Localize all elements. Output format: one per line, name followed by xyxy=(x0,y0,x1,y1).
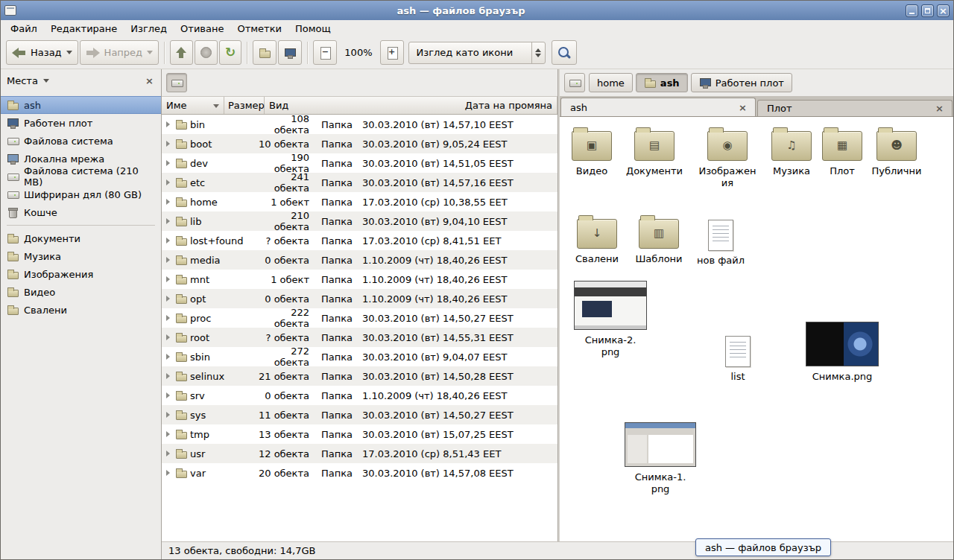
item-icon: ♫ xyxy=(771,131,812,161)
sidebar-close-icon[interactable] xyxy=(144,76,155,86)
file-name: sys xyxy=(190,410,206,421)
table-row[interactable]: usr 12 обекта Папка 17.03.2010 (ср) 8,51… xyxy=(162,444,557,463)
sidebar-item[interactable]: ash xyxy=(1,96,161,114)
sidebar-item[interactable]: Работен плот xyxy=(1,114,161,132)
expander-icon[interactable] xyxy=(165,276,172,283)
table-row[interactable]: home 1 обект Папка 17.03.2010 (ср) 10,38… xyxy=(162,192,557,211)
breadcrumb-button[interactable]: Работен плот xyxy=(691,73,792,92)
column-header[interactable]: Вид xyxy=(265,97,461,114)
tab-close-icon[interactable] xyxy=(934,104,945,113)
tab[interactable]: Плот xyxy=(757,100,953,116)
breadcrumb-button[interactable]: home xyxy=(589,73,633,92)
expander-icon[interactable] xyxy=(165,295,172,302)
table-row[interactable]: tmp 13 обекта Папка 30.03.2010 (вт) 15,0… xyxy=(162,424,557,444)
menu-item[interactable]: Изглед xyxy=(124,20,174,36)
minimize-button[interactable] xyxy=(906,4,918,17)
menu-item[interactable]: Отиване xyxy=(174,20,230,36)
view-mode-combo[interactable]: Изглед като икони xyxy=(408,42,546,64)
icon-view-item[interactable]: ↓ Свалени xyxy=(566,214,628,265)
expander-icon[interactable] xyxy=(165,217,172,225)
zoom-in-button[interactable] xyxy=(380,40,404,65)
expander-icon[interactable] xyxy=(165,256,172,264)
table-row[interactable]: sys 11 обекта Папка 30.03.2010 (вт) 14,5… xyxy=(162,405,557,424)
sidebar-item[interactable]: Свалени xyxy=(1,301,161,319)
icon-view-item[interactable]: ◉ Изображения xyxy=(696,126,759,189)
up-button[interactable] xyxy=(170,40,193,65)
column-header[interactable]: Име xyxy=(162,97,224,114)
table-row[interactable]: bin 108 обекта Папка 30.03.2010 (вт) 14,… xyxy=(162,115,557,134)
table-row[interactable]: dev 190 обекта Папка 30.03.2010 (вт) 14,… xyxy=(162,153,557,173)
table-row[interactable]: opt 0 обекта Папка 1.10.2009 (чт) 18,40,… xyxy=(162,289,557,308)
sidebar-item[interactable]: Кошче xyxy=(1,203,161,221)
sidebar-item[interactable]: Файлова система (210 MB) xyxy=(1,168,161,185)
folder-icon xyxy=(175,370,187,382)
icon-view-item[interactable]: ▥ Шаблони xyxy=(628,214,690,265)
table-row[interactable]: srv 0 обекта Папка 1.10.2009 (чт) 18,40,… xyxy=(162,386,557,405)
menu-item[interactable]: Редактиране xyxy=(44,20,124,36)
expander-icon[interactable] xyxy=(165,121,172,128)
table-row[interactable]: media 0 обекта Папка 1.10.2009 (чт) 18,4… xyxy=(162,250,557,270)
icon-view-item[interactable]: Снимка.png xyxy=(803,322,881,383)
sidebar-item-label: Файлова система xyxy=(24,136,113,147)
expander-icon[interactable] xyxy=(165,469,172,477)
zoom-out-button[interactable] xyxy=(313,40,337,65)
table-row[interactable]: proc 222 обекта Папка 30.03.2010 (вт) 14… xyxy=(162,308,557,328)
table-row[interactable]: etc 241 обекта Папка 30.03.2010 (вт) 14,… xyxy=(162,173,557,192)
table-row[interactable]: lib 210 обекта Папка 30.03.2010 (вт) 9,0… xyxy=(162,211,557,231)
menu-item[interactable]: Помощ xyxy=(288,20,338,36)
table-row[interactable]: root ? обекта Папка 30.03.2010 (вт) 14,5… xyxy=(162,328,557,347)
table-row[interactable]: var 20 обекта Папка 30.03.2010 (вт) 14,5… xyxy=(162,463,557,483)
tab[interactable]: ash xyxy=(560,98,756,116)
icon-view-item[interactable]: ▦ Плот xyxy=(811,126,874,177)
table-row[interactable]: boot 10 обекта Папка 30.03.2010 (вт) 9,0… xyxy=(162,134,557,153)
search-button[interactable] xyxy=(552,40,577,65)
sidebar-item[interactable]: Документи xyxy=(1,229,161,247)
expander-icon[interactable] xyxy=(165,450,172,457)
sidebar-item[interactable]: Файлова система xyxy=(1,132,161,150)
table-row[interactable]: selinux 21 обекта Папка 30.03.2010 (вт) … xyxy=(162,366,557,386)
expander-icon[interactable] xyxy=(165,314,172,322)
tab-close-icon[interactable] xyxy=(737,103,748,112)
column-header[interactable]: Дата на промяна xyxy=(461,97,557,114)
expander-icon[interactable] xyxy=(165,179,172,186)
icon-view-item[interactable]: ☻ Публични xyxy=(865,126,928,177)
icon-view-item[interactable]: list xyxy=(707,331,769,383)
expander-icon[interactable] xyxy=(165,353,172,360)
column-header[interactable]: Размер xyxy=(224,97,265,114)
file-type: Папка xyxy=(317,235,357,246)
root-location-button[interactable] xyxy=(564,73,585,92)
table-row[interactable]: lost+found ? обекта Папка 17.03.2010 (ср… xyxy=(162,231,557,250)
root-location-button[interactable] xyxy=(166,73,187,92)
menu-item[interactable]: Отметки xyxy=(230,20,288,36)
icon-view-item[interactable]: Снимка-2.png xyxy=(572,281,649,358)
back-button[interactable]: Назад xyxy=(6,40,78,65)
sidebar-item[interactable]: Шифриран дял (80 GB) xyxy=(1,185,161,203)
places-selector[interactable]: Места xyxy=(7,75,49,86)
reload-button[interactable] xyxy=(219,40,241,65)
computer-button[interactable] xyxy=(278,40,302,65)
table-row[interactable]: mnt 1 обект Папка 1.10.2009 (чт) 18,40,2… xyxy=(162,270,557,289)
expander-icon[interactable] xyxy=(165,237,172,244)
icon-view-item[interactable]: ▤ Документи xyxy=(623,126,686,177)
sidebar-item[interactable]: Изображения xyxy=(1,265,161,283)
close-button[interactable] xyxy=(937,4,950,17)
expander-icon[interactable] xyxy=(165,140,172,147)
expander-icon[interactable] xyxy=(165,411,172,419)
table-row[interactable]: sbin 272 обекта Папка 30.03.2010 (вт) 9,… xyxy=(162,347,557,366)
expander-icon[interactable] xyxy=(165,372,172,380)
sidebar-item[interactable] xyxy=(1,221,161,229)
sidebar-item[interactable]: Видео xyxy=(1,283,161,301)
icon-view-item[interactable]: Снимка-1.png xyxy=(622,422,699,495)
maximize-button[interactable] xyxy=(921,4,934,17)
expander-icon[interactable] xyxy=(165,159,172,167)
sidebar-item[interactable]: Музика xyxy=(1,247,161,265)
icon-view-item[interactable]: нов файл xyxy=(689,215,752,267)
expander-icon[interactable] xyxy=(165,392,172,399)
expander-icon[interactable] xyxy=(165,198,172,206)
menu-item[interactable]: Файл xyxy=(4,20,44,36)
icon-view-item[interactable]: ▣ Видео xyxy=(560,126,623,177)
home-button[interactable] xyxy=(253,40,277,65)
breadcrumb-button[interactable]: ash xyxy=(636,73,688,92)
expander-icon[interactable] xyxy=(165,430,172,438)
expander-icon[interactable] xyxy=(165,334,172,341)
